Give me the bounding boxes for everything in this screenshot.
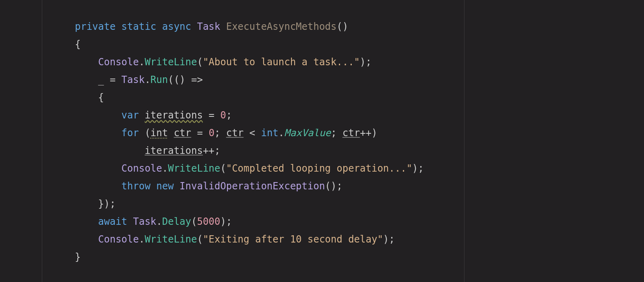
- code-token: ExecuteAsyncMethods: [226, 21, 337, 32]
- code-token: InvalidOperationException: [180, 180, 325, 192]
- code-token: Console: [98, 56, 139, 68]
- code-line[interactable]: Console.WriteLine("Exiting after 10 seco…: [75, 230, 424, 248]
- code-token: .: [139, 56, 144, 68]
- code-token: iterations: [144, 145, 203, 156]
- code-token: ;: [215, 127, 226, 139]
- code-token: [139, 110, 144, 121]
- code-token: await: [98, 216, 127, 227]
- code-token: );: [220, 216, 232, 227]
- code-token: for: [122, 127, 139, 139]
- code-token: ctr: [343, 127, 360, 139]
- code-token: [191, 21, 197, 32]
- code-token: 0: [208, 127, 214, 139]
- code-token: );: [412, 163, 424, 174]
- code-token: async: [162, 21, 191, 32]
- code-token: (: [191, 216, 197, 227]
- code-token: [127, 216, 133, 227]
- code-line[interactable]: _ = Task.Run(() =>: [75, 71, 424, 89]
- code-line[interactable]: var iterations = 0;: [75, 106, 424, 124]
- code-token: }: [75, 251, 80, 263]
- code-token: [220, 21, 226, 32]
- code-token: [168, 127, 173, 139]
- code-token: {: [98, 92, 104, 103]
- code-token: ++): [360, 127, 377, 139]
- code-token: ++;: [203, 145, 220, 156]
- code-token: );: [383, 234, 395, 245]
- code-token: (: [197, 234, 202, 245]
- code-token: ;: [331, 127, 343, 139]
- code-line[interactable]: iterations++;: [75, 142, 424, 160]
- code-line[interactable]: }: [75, 248, 424, 266]
- code-token: [156, 21, 162, 32]
- code-token: (() =>: [168, 74, 203, 85]
- code-line[interactable]: Console.WriteLine("About to launch a tas…: [75, 53, 424, 71]
- code-line[interactable]: throw new InvalidOperationException();: [75, 177, 424, 195]
- code-token: "Exiting after 10 second delay": [203, 234, 383, 245]
- code-line[interactable]: await Task.Delay(5000);: [75, 213, 424, 230]
- code-token: =: [191, 127, 208, 139]
- code-token: ;: [226, 110, 232, 121]
- code-token: throw: [122, 180, 151, 192]
- code-token: private: [75, 21, 116, 32]
- code-token: Task: [197, 21, 220, 32]
- code-token: .: [144, 74, 150, 85]
- code-token: .: [156, 216, 162, 227]
- code-token: ctr: [226, 127, 244, 139]
- code-token: "Completed looping operation...": [226, 163, 412, 174]
- code-line[interactable]: });: [75, 195, 424, 213]
- code-token: (): [336, 21, 348, 32]
- code-token: int: [261, 127, 278, 139]
- code-token: ();: [325, 180, 342, 192]
- code-token: MaxValue: [284, 127, 331, 139]
- code-line[interactable]: {: [75, 35, 424, 53]
- code-token: var: [122, 110, 139, 121]
- code-token: ctr: [174, 127, 191, 139]
- code-token: (: [197, 56, 202, 68]
- code-token: );: [360, 56, 372, 68]
- code-token: (: [220, 163, 226, 174]
- code-token: Task: [122, 74, 145, 85]
- code-token: {: [75, 39, 80, 50]
- code-token: iterations: [144, 110, 203, 121]
- code-token: WriteLine: [144, 56, 197, 68]
- code-line[interactable]: {: [75, 89, 424, 106]
- code-line[interactable]: Console.WriteLine("Completed looping ope…: [75, 160, 424, 177]
- code-token: Run: [151, 74, 168, 85]
- code-line[interactable]: for (int ctr = 0; ctr < int.MaxValue; ct…: [75, 124, 424, 142]
- code-token: 0: [220, 110, 226, 121]
- code-token: WriteLine: [168, 163, 220, 174]
- code-token: int: [151, 127, 168, 139]
- code-token: Task: [133, 216, 157, 227]
- code-token: .: [279, 127, 284, 139]
- code-token: [174, 180, 180, 192]
- code-token: [116, 21, 121, 32]
- code-token: Console: [98, 234, 139, 245]
- code-token: (: [139, 127, 151, 139]
- code-line[interactable]: private static async Task ExecuteAsyncMe…: [75, 18, 424, 35]
- code-token: =: [203, 110, 220, 121]
- code-token: _ =: [98, 74, 122, 85]
- code-token: .: [162, 163, 168, 174]
- code-token: <: [244, 127, 261, 139]
- code-token: static: [122, 21, 157, 32]
- code-token: [151, 180, 156, 192]
- code-token: Console: [122, 163, 162, 174]
- code-token: .: [139, 234, 144, 245]
- code-block[interactable]: private static async Task ExecuteAsyncMe…: [75, 18, 424, 266]
- code-token: });: [98, 198, 116, 209]
- code-token: Delay: [162, 216, 191, 227]
- code-token: WriteLine: [144, 234, 197, 245]
- code-token: "About to launch a task...": [203, 56, 360, 68]
- code-token: new: [156, 180, 173, 192]
- code-token: 5000: [197, 216, 220, 227]
